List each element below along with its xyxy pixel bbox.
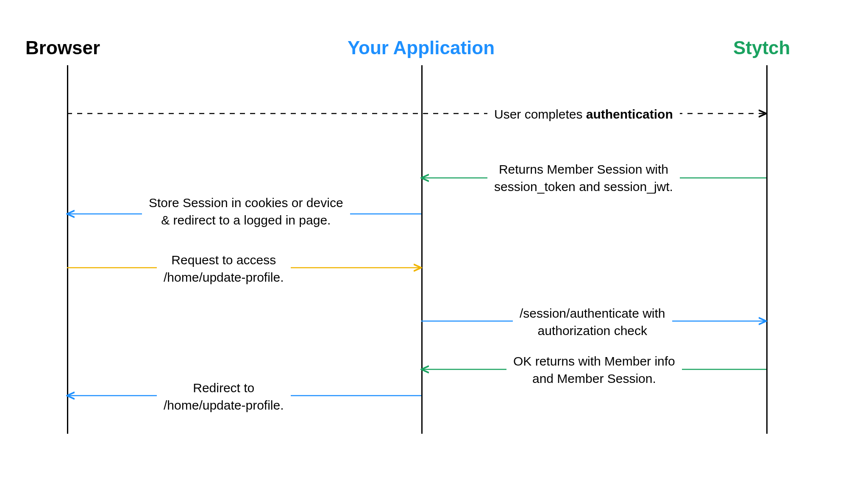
lifeline-browser — [67, 65, 68, 434]
msg-session-authenticate-line2: authorization check — [538, 324, 648, 338]
msg-returns-member-session: Returns Member Session with session_toke… — [487, 161, 680, 195]
msg-store-session-line2: & redirect to a logged in page. — [161, 213, 331, 227]
msg-session-authenticate: /session/authenticate with authorization… — [513, 305, 672, 339]
sequence-diagram: Browser Your Application Stytch User — [0, 0, 868, 485]
msg-request-update-profile-line2: /home/update-profile. — [164, 270, 284, 284]
msg-redirect-line2: /home/update-profile. — [164, 398, 284, 412]
msg-authentication-bold: authentication — [586, 107, 673, 121]
msg-request-update-profile: Request to access /home/update-profile. — [157, 252, 291, 286]
participant-stytch: Stytch — [733, 37, 790, 58]
participant-stytch-label: Stytch — [733, 37, 790, 58]
msg-store-session-line1: Store Session in cookies or device — [149, 196, 343, 210]
lifeline-stytch — [766, 65, 768, 434]
msg-ok-returns-line2: and Member Session. — [532, 371, 656, 385]
participant-app: Your Application — [348, 37, 495, 58]
participant-browser-label: Browser — [25, 37, 100, 58]
msg-ok-returns: OK returns with Member info and Member S… — [506, 353, 682, 387]
msg-redirect: Redirect to /home/update-profile. — [157, 380, 291, 414]
msg-returns-member-session-line2: session_token and session_jwt. — [494, 180, 673, 194]
msg-returns-member-session-line1: Returns Member Session with — [499, 162, 668, 176]
lifeline-app — [421, 65, 423, 434]
msg-ok-returns-line1: OK returns with Member info — [513, 354, 675, 368]
participant-browser: Browser — [25, 37, 100, 58]
msg-authentication-prefix: User completes — [494, 107, 586, 121]
msg-store-session: Store Session in cookies or device & red… — [142, 194, 350, 229]
msg-redirect-line1: Redirect to — [193, 381, 254, 395]
msg-request-update-profile-line1: Request to access — [171, 253, 276, 267]
arrows-layer — [0, 0, 868, 485]
msg-authentication: User completes authentication — [487, 106, 680, 123]
msg-session-authenticate-line1: /session/authenticate with — [520, 306, 665, 320]
participant-app-label: Your Application — [348, 37, 495, 58]
